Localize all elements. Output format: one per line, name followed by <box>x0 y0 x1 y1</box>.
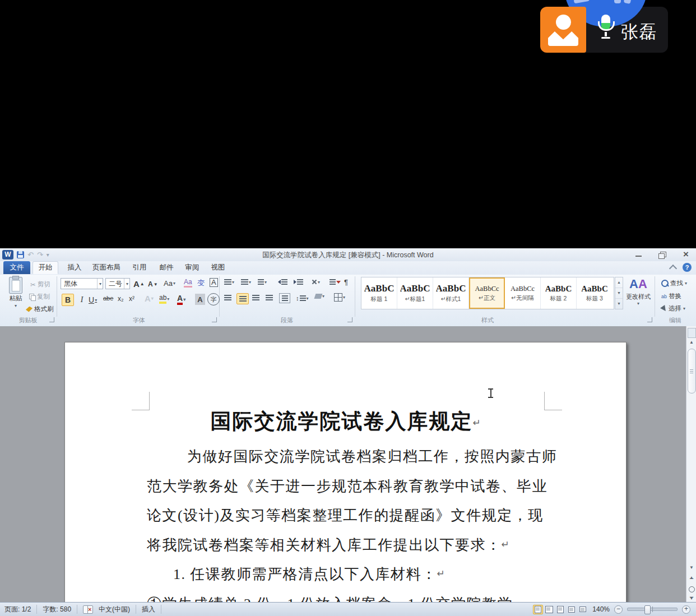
character-shading-button[interactable]: A <box>195 294 205 305</box>
font-name-combo[interactable]: 黑体▾ <box>61 278 103 289</box>
cut-button[interactable]: ✂剪切 <box>30 280 50 289</box>
page-indicator[interactable]: 页面: 1/2 <box>4 605 31 614</box>
phonetic-guide-button[interactable]: 变 <box>197 278 205 288</box>
italic-button[interactable]: I <box>77 294 86 306</box>
scroll-down-icon[interactable]: ▼ <box>687 565 696 570</box>
align-center-button[interactable] <box>236 293 249 304</box>
restore-button[interactable] <box>657 250 668 259</box>
zoom-in-icon[interactable]: + <box>682 605 690 614</box>
insert-mode[interactable]: 插入 <box>142 605 155 614</box>
subscript-button[interactable]: x₂ <box>118 295 124 303</box>
decrease-indent-button[interactable] <box>278 279 287 285</box>
increase-indent-button[interactable] <box>294 279 303 285</box>
sort-button[interactable] <box>330 279 341 285</box>
style-heading3[interactable]: AaBbC 标题 3 <box>577 277 613 309</box>
body-line[interactable]: 1. 任课教师需严格清点以下入库材料：↵ <box>173 564 445 584</box>
change-styles-button[interactable]: AA 更改样式 ▾ <box>623 277 653 316</box>
shading-button[interactable]: ▾ <box>315 294 324 299</box>
tab-home[interactable]: 开始 <box>33 261 58 274</box>
collapse-ribbon-icon[interactable] <box>669 265 677 272</box>
find-button[interactable]: 查找▾ <box>661 279 687 288</box>
font-dialog-launcher-icon[interactable] <box>212 317 217 322</box>
bullets-button[interactable]: ▾ <box>224 279 234 285</box>
previous-page-icon[interactable]: ▲▔ <box>687 576 696 583</box>
zoom-slider-thumb[interactable] <box>644 605 651 614</box>
show-hide-marks-button[interactable]: ¶ <box>344 278 348 286</box>
tab-mailings[interactable]: 邮件 <box>154 261 179 274</box>
vertical-scrollbar[interactable]: ▲ ▼ ▲▔ ▁▼ <box>686 326 696 602</box>
bold-button[interactable]: B <box>62 294 74 306</box>
styles-dialog-launcher-icon[interactable] <box>647 317 652 322</box>
word-count[interactable]: 字数: 580 <box>43 605 71 614</box>
ruler-toggle-icon[interactable] <box>688 328 696 338</box>
tab-file[interactable]: 文件 <box>3 261 30 274</box>
shrink-font-button[interactable]: A▼ <box>148 280 158 288</box>
tab-references[interactable]: 引用 <box>127 261 152 274</box>
body-line[interactable]: 将我院试卷档案等相关材料入库工作提出以下要求：↵ <box>147 535 509 555</box>
asian-layout-button[interactable]: ▾ <box>312 279 320 285</box>
style-heading1[interactable]: AaBbC 标题 1 <box>361 277 397 309</box>
enclose-characters-button[interactable]: 字 <box>207 293 220 305</box>
line-spacing-button[interactable]: ↕▾ <box>296 295 309 302</box>
minimize-button[interactable] <box>633 250 644 259</box>
text-effects-button[interactable]: A▾ <box>145 294 154 303</box>
copy-button[interactable]: 复制 <box>29 293 50 301</box>
spell-check-icon[interactable]: × <box>83 605 93 614</box>
borders-button[interactable]: ▾ <box>334 293 345 302</box>
font-size-combo[interactable]: 二号▾ <box>105 278 130 289</box>
language-indicator[interactable]: 中文(中国) <box>99 605 130 614</box>
text-highlight-button[interactable]: ab▾ <box>159 294 169 304</box>
select-button[interactable]: 选择▾ <box>661 304 685 313</box>
multilevel-list-button[interactable]: ▾ <box>258 279 267 285</box>
document-title[interactable]: 国际交流学院试卷入库规定↵ <box>65 407 626 436</box>
scrollbar-thumb[interactable] <box>688 349 696 393</box>
tab-page-layout[interactable]: 页面布局 <box>89 261 124 274</box>
style-heading2[interactable]: AaBbC 标题 2 <box>541 277 577 309</box>
strikethrough-button[interactable]: abe <box>103 295 113 302</box>
numbering-button[interactable]: ▾ <box>241 279 251 285</box>
replace-button[interactable]: ab 替换 <box>661 292 681 300</box>
justify-button[interactable] <box>266 295 273 300</box>
print-layout-view-button[interactable] <box>533 605 543 614</box>
body-line[interactable]: 论文(设计)及实习等档案整理工作的提醒函》文件规定，现 <box>147 506 544 525</box>
clear-formatting-button[interactable]: Aa <box>184 278 192 288</box>
gallery-down-icon[interactable]: ▼ <box>615 288 623 299</box>
grow-font-button[interactable]: A▲ <box>133 279 145 289</box>
paragraph-dialog-launcher-icon[interactable] <box>347 317 352 322</box>
superscript-button[interactable]: x² <box>129 295 134 303</box>
change-case-button[interactable]: Aa▾ <box>164 279 175 288</box>
style-heading1-linked[interactable]: AaBbC ↵标题1 <box>397 277 433 309</box>
style-style1[interactable]: AaBbC ↵样式1 <box>433 277 469 309</box>
fullscreen-reading-view-button[interactable] <box>544 605 554 614</box>
character-border-button[interactable]: A <box>210 278 218 287</box>
tab-review[interactable]: 审阅 <box>179 261 205 274</box>
zoom-slider[interactable] <box>627 608 678 611</box>
tab-insert[interactable]: 插入 <box>62 261 87 274</box>
font-color-button[interactable]: A▾ <box>177 294 185 305</box>
clipboard-dialog-launcher-icon[interactable] <box>49 317 54 322</box>
tab-view[interactable]: 视图 <box>205 261 231 274</box>
close-button[interactable]: × <box>680 250 692 259</box>
scroll-up-icon[interactable]: ▲ <box>687 340 696 345</box>
next-page-icon[interactable]: ▁▼ <box>687 594 696 600</box>
align-right-button[interactable] <box>252 295 259 300</box>
style-normal-selected[interactable]: AaBbCc ↵正文 <box>469 277 505 309</box>
gallery-more-icon[interactable]: ▼ <box>615 299 623 309</box>
paste-button[interactable]: 粘贴 ▾ <box>4 277 27 308</box>
help-icon[interactable]: ? <box>683 263 692 272</box>
body-line[interactable]: 范大学教务处《关于进一步规范本科教育教学中试卷、毕业 <box>147 476 547 496</box>
format-painter-button[interactable]: 格式刷 <box>26 305 54 313</box>
body-line[interactable]: 为做好国际交流学院试卷档案归档工作，按照内蒙古师 <box>187 447 557 466</box>
document-page[interactable]: 国际交流学院试卷入库规定↵ 为做好国际交流学院试卷档案归档工作，按照内蒙古师 范… <box>64 342 627 603</box>
align-left-button[interactable] <box>224 295 231 300</box>
zoom-out-icon[interactable]: − <box>614 605 623 614</box>
select-browse-object-icon[interactable] <box>689 586 695 592</box>
gallery-up-icon[interactable]: ▲ <box>615 277 623 288</box>
underline-button[interactable]: U▾ <box>89 294 97 306</box>
web-layout-view-button[interactable] <box>555 605 565 614</box>
draft-view-button[interactable] <box>578 605 588 614</box>
distributed-button[interactable] <box>279 293 290 303</box>
zoom-level[interactable]: 140% <box>592 605 610 613</box>
style-no-spacing[interactable]: AaBbCc ↵无间隔 <box>505 277 541 309</box>
outline-view-button[interactable] <box>567 605 577 614</box>
